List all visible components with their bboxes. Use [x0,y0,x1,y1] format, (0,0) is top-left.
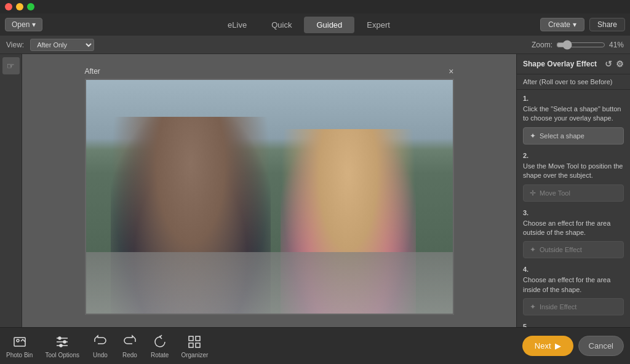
photo-bin-icon [11,333,28,350]
photo-background [86,80,453,314]
main-content: ☞ After × Shape Overlay Effect [0,54,630,327]
tab-guided[interactable]: Guided [304,17,354,33]
cancel-button[interactable]: Cancel [578,336,624,356]
close-traffic-light[interactable] [5,3,12,10]
refresh-icon[interactable]: ↺ [605,59,612,69]
bottom-right-buttons: Next ▶ Cancel [522,336,624,356]
canvas-close-icon[interactable]: × [449,66,453,76]
inside-effect-button[interactable]: ✦ Inside Effect [523,298,624,315]
topbar-right: Create ▾ Share [539,18,625,31]
create-button[interactable]: Create ▾ [540,18,584,31]
step-4-number: 4. [523,266,624,273]
tool-options-tool[interactable]: Tool Options [45,333,79,358]
steps-container: 1. Click the "Select a shape" button to … [517,90,630,327]
rotate-icon [151,333,169,350]
redo-label: Redo [122,352,137,358]
photo-bin-label: Photo Bin [6,352,33,358]
canvas-area: After × [22,54,516,327]
top-navbar: Open ▾ eLive Quick Guided Expert Create … [0,14,630,36]
left-tools-panel: ☞ [0,54,22,327]
after-label: After (Roll over to see Before) [517,74,630,90]
organizer-label: Organizer [181,352,208,358]
rotate-label: Rotate [151,352,169,358]
svg-point-3 [58,337,61,339]
panel-icons: ↺ ⚙ [605,59,624,69]
zoom-percentage: 41% [609,41,624,49]
step-3-desc: Choose an effect for the area outside of… [523,219,624,238]
canvas-label-bar: After × [85,66,454,76]
next-arrow-icon: ▶ [555,341,561,350]
shape-icon: ✦ [530,132,536,140]
bottom-tools-group: Photo Bin Tool Options Undo [6,333,208,358]
view-toolbar: View: After Only Before Only Before & Af… [0,36,630,54]
undo-tool[interactable]: Undo [92,333,109,358]
step-1-number: 1. [523,95,624,102]
zoom-area: Zoom: 41% [532,40,624,50]
step-4-desc: Choose an effect for the area inside of … [523,275,624,295]
svg-rect-7 [196,336,200,341]
step-5-number: 5. [523,323,624,327]
tab-quick[interactable]: Quick [259,17,304,33]
step-1-desc: Click the "Select a shape" button to cho… [523,105,624,124]
svg-rect-1 [14,338,25,346]
view-label: View: [6,41,24,49]
maximize-traffic-light[interactable] [27,3,34,10]
svg-point-5 [60,344,62,347]
photo-bin-tool[interactable]: Photo Bin [6,333,33,358]
open-chevron-icon: ▾ [32,20,36,29]
settings-icon[interactable]: ⚙ [616,59,624,69]
redo-icon [121,333,138,350]
tab-elive[interactable]: eLive [215,17,259,33]
inside-effect-icon: ✦ [530,303,536,311]
bottom-toolbar: Photo Bin Tool Options Undo [0,327,630,364]
svg-point-2 [17,339,19,342]
organizer-icon [186,333,203,350]
outside-effect-button[interactable]: ✦ Outside Effect [523,241,624,258]
open-label: Open [12,20,30,29]
ground-area [86,252,453,314]
step-3-number: 3. [523,209,624,216]
svg-rect-8 [189,343,193,347]
pointer-tool-button[interactable]: ☞ [2,57,20,74]
right-panel: Shape Overlay Effect ↺ ⚙ [516,54,630,327]
step-2-number: 2. [523,152,624,159]
create-chevron-icon: ▾ [573,20,576,29]
tab-expert[interactable]: Expert [354,17,402,33]
zoom-label: Zoom: [532,41,552,49]
open-button[interactable]: Open ▾ [5,18,42,31]
share-button[interactable]: Share [589,18,625,31]
svg-rect-6 [189,336,193,341]
view-select[interactable]: After Only Before Only Before & After [30,39,94,51]
pointer-icon: ☞ [7,61,15,71]
canvas-label: After [85,67,100,76]
topbar-left: Open ▾ [5,18,79,31]
tool-options-icon [54,333,71,350]
zoom-slider[interactable] [556,40,605,50]
right-panel-title: Shape Overlay Effect [523,60,597,68]
undo-label: Undo [93,352,108,358]
undo-icon [92,333,109,350]
move-tool-button[interactable]: ✛ Move Tool [523,184,624,202]
outside-effect-icon: ✦ [530,245,536,254]
tool-options-label: Tool Options [45,352,79,358]
right-panel-header: Shape Overlay Effect ↺ ⚙ [517,54,630,74]
minimize-traffic-light[interactable] [16,3,23,10]
svg-point-4 [63,341,66,343]
titlebar [0,0,630,14]
rotate-tool[interactable]: Rotate [151,333,169,358]
organizer-tool[interactable]: Organizer [181,333,208,358]
redo-tool[interactable]: Redo [121,333,138,358]
select-shape-button[interactable]: ✦ Select a shape [523,127,624,144]
step-2-desc: Use the Move Tool to position the shape … [523,162,624,181]
nav-tabs: eLive Quick Guided Expert [79,17,539,33]
move-icon: ✛ [530,189,536,197]
next-button[interactable]: Next ▶ [522,336,573,356]
photo-frame [85,79,454,315]
svg-rect-9 [196,343,200,347]
